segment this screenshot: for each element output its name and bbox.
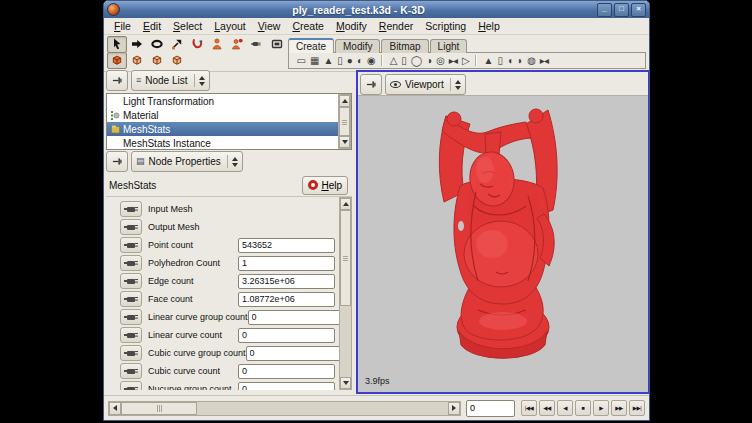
primitive-icon-17[interactable]: ▯: [495, 54, 505, 68]
maximize-button[interactable]: □: [614, 3, 629, 17]
node-list-item-meshstats[interactable]: MeshStats: [107, 122, 338, 136]
scale-tool[interactable]: [167, 36, 187, 53]
title-bar[interactable]: ply_reader_test.k3d - K-3D _□×: [104, 1, 649, 18]
property-plug-button[interactable]: [120, 381, 142, 390]
property-value-input[interactable]: [238, 256, 335, 271]
primitive-icon-1[interactable]: ▦: [307, 54, 320, 68]
property-value-input[interactable]: [238, 382, 335, 391]
property-value-input[interactable]: [246, 346, 339, 361]
property-plug-button[interactable]: [120, 327, 142, 343]
property-plug-button[interactable]: [120, 363, 142, 379]
node-list-item-meshstats-instance[interactable]: MeshStats Instance: [107, 136, 338, 149]
primitive-icon-5[interactable]: ◐: [354, 54, 364, 68]
play-button[interactable]: ▶: [593, 400, 609, 416]
primitive-icon-19[interactable]: ◗: [515, 54, 525, 68]
tab-light[interactable]: Light: [430, 39, 468, 53]
property-plug-button[interactable]: [120, 201, 142, 217]
panel-type-dropdown[interactable]: Viewport: [385, 74, 466, 95]
stop-button[interactable]: ■: [575, 400, 591, 416]
property-value-input[interactable]: [238, 274, 335, 289]
property-value-input[interactable]: [238, 238, 335, 253]
primitive-icon-2[interactable]: ▲: [321, 54, 335, 68]
play-reverse-button[interactable]: ◀: [557, 400, 573, 416]
close-button[interactable]: ×: [631, 3, 646, 17]
menu-item-layout[interactable]: Layout: [208, 19, 252, 33]
property-plug-button[interactable]: [120, 273, 142, 289]
select-faces-mode[interactable]: [167, 52, 187, 69]
viewport-render-area[interactable]: 3.9fps: [358, 96, 648, 392]
primitive-icon-8[interactable]: △: [387, 54, 399, 68]
previous-key-button[interactable]: ◀◀: [539, 400, 555, 416]
scroll-up-icon[interactable]: [339, 95, 350, 107]
scroll-down-icon[interactable]: [339, 136, 350, 148]
render-preview-tool[interactable]: [267, 36, 287, 53]
snap-tool[interactable]: [187, 36, 207, 53]
timeline-thumb[interactable]: [121, 402, 197, 415]
property-plug-button[interactable]: [120, 255, 142, 271]
property-value-input[interactable]: [238, 364, 335, 379]
select-tool[interactable]: [107, 36, 127, 53]
properties-scrollbar[interactable]: [339, 197, 352, 390]
pin-button[interactable]: [106, 70, 128, 91]
tab-create[interactable]: Create: [288, 38, 334, 53]
menu-item-modify[interactable]: Modify: [330, 19, 373, 33]
primitive-icon-0[interactable]: ▭: [294, 54, 307, 68]
scroll-left-icon[interactable]: [109, 402, 121, 415]
scroll-up-icon[interactable]: [340, 198, 351, 210]
scroll-thumb[interactable]: [340, 210, 351, 306]
primitive-icon-4[interactable]: ●: [344, 54, 354, 68]
node-list-scrollbar[interactable]: [338, 94, 351, 149]
menu-item-select[interactable]: Select: [167, 19, 208, 33]
help-button[interactable]: Help: [302, 176, 348, 195]
property-plug-button[interactable]: [120, 291, 142, 307]
primitive-icon-13[interactable]: ▸◂: [446, 54, 459, 68]
primitive-icon-20[interactable]: ◍: [525, 54, 538, 68]
pin-button[interactable]: [360, 74, 382, 95]
menu-item-scripting[interactable]: Scripting: [419, 19, 472, 33]
scroll-thumb[interactable]: [339, 107, 350, 136]
menu-item-create[interactable]: Create: [286, 19, 330, 33]
scroll-down-icon[interactable]: [340, 377, 351, 389]
primitive-icon-14[interactable]: ▷: [459, 54, 471, 68]
select-nodes-mode[interactable]: [107, 52, 127, 69]
skip-to-end-button[interactable]: ▶▶|: [629, 400, 645, 416]
menu-item-view[interactable]: View: [252, 19, 287, 33]
menu-item-file[interactable]: File: [108, 19, 137, 33]
primitive-icon-9[interactable]: ▯: [399, 54, 409, 68]
node-list-item-light-transformation[interactable]: Light Transformation: [107, 94, 338, 108]
skip-to-start-button[interactable]: |◀◀: [521, 400, 537, 416]
tab-modify[interactable]: Modify: [335, 39, 380, 53]
primitive-icon-3[interactable]: ▯: [335, 54, 345, 68]
property-value-input[interactable]: [238, 292, 335, 307]
timeline-scrollbar[interactable]: [108, 401, 461, 416]
property-value-input[interactable]: [248, 310, 339, 325]
primitive-icon-10[interactable]: ◯: [408, 54, 423, 68]
property-plug-button[interactable]: [120, 345, 142, 361]
unparent-tool[interactable]: [227, 36, 247, 53]
panel-type-dropdown[interactable]: ≡ Node List: [131, 70, 210, 91]
next-key-button[interactable]: ▶▶: [611, 400, 627, 416]
frame-input[interactable]: [466, 400, 515, 417]
primitive-icon-11[interactable]: ◑: [424, 54, 434, 68]
happy-buddha-model[interactable]: [358, 96, 648, 392]
primitive-icon-12[interactable]: ◎: [434, 54, 447, 68]
primitive-icon-16[interactable]: ▲: [481, 54, 495, 68]
pin-button[interactable]: [106, 151, 128, 172]
minimize-button[interactable]: _: [597, 3, 612, 17]
property-plug-button[interactable]: [120, 237, 142, 253]
property-plug-button[interactable]: [120, 309, 142, 325]
node-list-item-material[interactable]: Material: [107, 108, 338, 122]
menu-item-render[interactable]: Render: [373, 19, 419, 33]
rotate-tool[interactable]: [147, 36, 167, 53]
viewport-panel[interactable]: Viewport: [356, 70, 650, 394]
select-points-mode[interactable]: [127, 52, 147, 69]
menu-item-edit[interactable]: Edit: [137, 19, 167, 33]
primitive-icon-18[interactable]: ◖: [505, 54, 515, 68]
property-value-input[interactable]: [238, 328, 335, 343]
panel-type-dropdown[interactable]: ▤ Node Properties: [131, 151, 243, 172]
select-lines-mode[interactable]: [147, 52, 167, 69]
primitive-icon-21[interactable]: ▸◂: [537, 54, 550, 68]
menu-item-help[interactable]: Help: [472, 19, 506, 33]
tab-bitmap[interactable]: Bitmap: [381, 39, 428, 53]
move-tool[interactable]: [127, 36, 147, 53]
